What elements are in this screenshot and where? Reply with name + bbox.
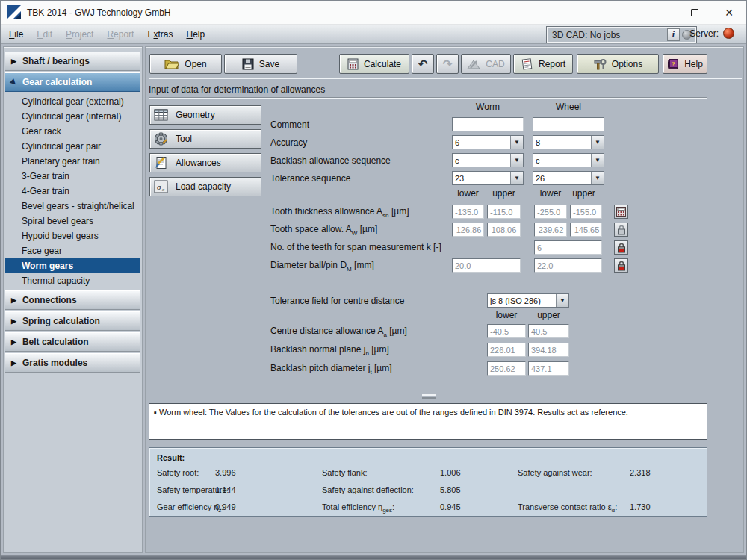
minimize-button[interactable] xyxy=(643,1,678,25)
chevron-expanded-icon: ▶ xyxy=(9,78,18,87)
chevron-right-icon: ▶ xyxy=(11,359,16,367)
backlash-normal-label: Backlash normal plane jn [µm] xyxy=(270,344,389,355)
menu-extras[interactable]: Extras xyxy=(140,26,179,43)
open-button[interactable]: Open xyxy=(149,54,222,74)
chevron-down-icon[interactable]: ▼ xyxy=(510,154,523,167)
tooth-space-worm-upper xyxy=(487,223,521,237)
worm-upper-header: upper xyxy=(487,188,521,199)
save-button[interactable]: Save xyxy=(224,54,297,74)
sidebar-item-4-gear-train[interactable]: 4-Gear train xyxy=(5,184,140,199)
tooth-thickness-calc-button[interactable] xyxy=(614,205,628,219)
sidebar-item-spiral-bevel-gears[interactable]: Spiral bevel gears xyxy=(5,214,140,228)
comment-wheel-input[interactable] xyxy=(533,117,604,131)
backlash-seq-wheel-dropdown[interactable]: c▼ xyxy=(533,153,604,167)
backlash-seq-worm-dropdown[interactable]: c▼ xyxy=(452,153,524,167)
tolerance-centre-label: Tolerance field for centre distance xyxy=(270,296,404,306)
sidebar-item-cylindrical-gear-pair[interactable]: Cylindrical gear pair xyxy=(5,139,140,154)
sidebar-item-face-gear[interactable]: Face gear xyxy=(5,243,140,258)
sidebar-item-cylindrical-gear-external[interactable]: Cylindrical gear (external) xyxy=(5,94,140,109)
sidebar-item-bevel-gears[interactable]: Bevel gears - straight/helical xyxy=(5,199,140,214)
bullet-icon: ▪ xyxy=(154,408,157,417)
tooth-thickness-worm-upper xyxy=(487,205,521,219)
sidebar-item-cylindrical-gear-internal[interactable]: Cylindrical gear (internal) xyxy=(5,109,140,124)
info-button[interactable]: i xyxy=(667,28,680,41)
chevron-down-icon[interactable]: ▼ xyxy=(591,136,604,149)
chevron-down-icon[interactable]: ▼ xyxy=(510,172,523,184)
sidebar-section-shaft-bearings[interactable]: ▶Shaft / bearings xyxy=(5,52,140,71)
contact-ratio-value: 1.730 xyxy=(630,503,651,511)
tolerance-centre-dropdown[interactable]: js 8 (ISO 286)▼ xyxy=(487,293,569,308)
geometry-tab-button[interactable]: Geometry xyxy=(149,105,261,125)
undo-icon: ↶ xyxy=(418,57,428,71)
centre-allowance-label: Centre distance allowance Aa [µm] xyxy=(270,326,407,336)
wheel-upper-header: upper xyxy=(568,188,600,199)
sidebar-item-3-gear-train[interactable]: 3-Gear train xyxy=(5,169,140,184)
cad-status-text: 3D CAD: No jobs xyxy=(552,30,667,40)
worm-column-header: Worm xyxy=(452,102,524,112)
app-window: TBK 2014 - GWJ Technology GmbH ✕ File Ed… xyxy=(0,0,747,560)
tooth-space-lock-button[interactable] xyxy=(614,223,628,237)
safety-root-label: Safety root: xyxy=(157,468,199,477)
minimize-icon xyxy=(657,13,665,13)
maximize-button[interactable] xyxy=(678,1,712,25)
sidebar-item-worm-gears[interactable]: Worm gears xyxy=(5,258,140,273)
sidebar-item-hypoid-bevel-gears[interactable]: Hypoid bevel gears xyxy=(5,228,140,243)
save-floppy-icon xyxy=(242,58,254,70)
chevron-down-icon[interactable]: ▼ xyxy=(510,136,523,149)
centre-upper-header: upper xyxy=(528,310,569,320)
backlash-pitch-label: Backlash pitch diameter jt [µm] xyxy=(270,363,392,373)
chevron-down-icon[interactable]: ▼ xyxy=(591,154,604,167)
redo-icon: ↷ xyxy=(443,57,453,71)
ball-pin-label: Diameter ball/pin DM [mm] xyxy=(270,260,374,270)
sidebar-item-planetary-gear-train[interactable]: Planetary gear train xyxy=(5,154,140,169)
title-bar: TBK 2014 - GWJ Technology GmbH ✕ xyxy=(1,1,746,25)
sidebar-item-gear-rack[interactable]: Gear rack xyxy=(5,124,140,139)
message-box: ▪ Worm wheel: The Values for the calcula… xyxy=(149,403,707,440)
span-teeth-lock-button[interactable] xyxy=(614,240,628,255)
close-icon: ✕ xyxy=(725,7,734,18)
undo-button[interactable]: ↶ xyxy=(412,54,434,74)
comment-worm-input[interactable] xyxy=(452,117,524,131)
help-button[interactable]: ? Help xyxy=(663,54,707,74)
sidebar-item-thermal-capacity[interactable]: Thermal capacity xyxy=(5,273,140,288)
tooth-space-wheel-lower xyxy=(534,223,567,237)
chevron-right-icon: ▶ xyxy=(11,338,16,346)
options-button[interactable]: Options xyxy=(577,54,659,74)
sidebar-section-belt-calculation[interactable]: ▶Belt calculation xyxy=(5,332,140,352)
safety-flank-value: 1.006 xyxy=(440,468,461,477)
cad-icon xyxy=(467,59,480,69)
tolerance-seq-worm-dropdown[interactable]: 23▼ xyxy=(452,171,524,185)
chevron-down-icon[interactable]: ▼ xyxy=(591,172,604,184)
menu-file[interactable]: File xyxy=(2,26,30,43)
accuracy-worm-dropdown[interactable]: 6▼ xyxy=(452,135,524,149)
options-tools-icon xyxy=(593,58,607,70)
tolerance-seq-wheel-dropdown[interactable]: 26▼ xyxy=(533,171,604,185)
sidebar-section-gear-calculation[interactable]: ▶Gear calculation xyxy=(5,72,140,92)
close-button[interactable]: ✕ xyxy=(712,1,746,25)
sidebar-section-spring-calculation[interactable]: ▶Spring calculation xyxy=(5,311,140,331)
calculate-button[interactable]: Calculate xyxy=(339,54,409,74)
report-button[interactable]: Report xyxy=(513,54,573,74)
cad-status-box: 3D CAD: No jobs i xyxy=(547,27,696,43)
tooth-thickness-wheel-lower xyxy=(534,205,567,219)
accuracy-wheel-dropdown[interactable]: 8▼ xyxy=(533,135,604,149)
backlash-pitch-lower xyxy=(487,361,526,376)
result-title: Result: xyxy=(157,453,185,462)
safety-deflection-value: 5.805 xyxy=(440,485,461,494)
total-efficiency-value: 0.945 xyxy=(440,503,461,511)
calculator-icon xyxy=(616,207,626,217)
help-book-icon: ? xyxy=(667,58,679,70)
tool-tab-button[interactable]: Tool xyxy=(149,129,261,149)
sidebar-section-gratis-modules[interactable]: ▶Gratis modules xyxy=(5,353,140,373)
safety-temperature-value: 1.144 xyxy=(215,485,236,494)
sidebar-section-connections[interactable]: ▶Connections xyxy=(5,290,140,310)
toolbar-separator xyxy=(149,78,742,79)
splitter-handle[interactable] xyxy=(422,394,436,399)
load-capacity-tab-button[interactable]: σ x Load capacity xyxy=(149,177,261,196)
lock-red-icon xyxy=(617,243,626,253)
menu-help[interactable]: Help xyxy=(179,26,211,43)
allowances-tab-button[interactable]: Allowances xyxy=(149,153,261,172)
chevron-down-icon[interactable]: ▼ xyxy=(556,294,568,307)
ball-pin-lock-button[interactable] xyxy=(614,258,628,273)
maximize-icon xyxy=(691,9,698,16)
